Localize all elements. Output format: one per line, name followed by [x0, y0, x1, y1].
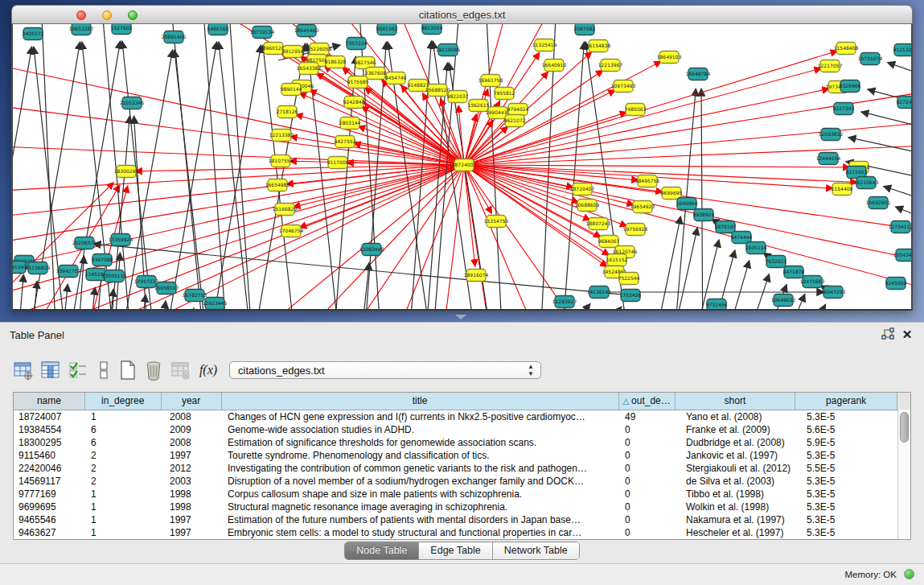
- table-vertical-scrollbar[interactable]: [897, 410, 910, 539]
- cell-out_de[interactable]: 0: [620, 488, 676, 501]
- new-table-icon[interactable]: [117, 360, 138, 381]
- cell-year[interactable]: 2008: [162, 436, 222, 449]
- cell-name[interactable]: 9699695: [14, 501, 85, 513]
- graph-edge[interactable]: [187, 308, 194, 311]
- cell-year[interactable]: 2012: [162, 462, 222, 475]
- column-header-out_de[interactable]: △out_de…: [619, 393, 676, 410]
- cell-name[interactable]: 18300295: [14, 436, 85, 449]
- cell-name[interactable]: 9777169: [14, 488, 85, 501]
- cell-pagerank[interactable]: 5.6E-5: [797, 423, 899, 436]
- table-row[interactable]: 946554611997Estimation of the future num…: [14, 513, 910, 526]
- graph-edge[interactable]: [464, 165, 552, 311]
- table-row[interactable]: 1872400712008Changes of HCN gene express…: [14, 410, 910, 423]
- cell-in_degree[interactable]: 1: [85, 513, 162, 526]
- graph-edge[interactable]: [203, 24, 228, 311]
- window-titlebar[interactable]: citations_edges.txt: [11, 5, 913, 24]
- cell-pagerank[interactable]: 5.3E-5: [797, 513, 899, 526]
- cell-name[interactable]: 19384554: [14, 423, 85, 436]
- table-row[interactable]: 2242004622012Investigating the contribut…: [14, 462, 910, 475]
- cell-in_degree[interactable]: 1: [85, 488, 162, 501]
- table-row[interactable]: 946362711997Embryonic stem cells: a mode…: [14, 526, 910, 539]
- merge-rows-icon[interactable]: [93, 360, 114, 381]
- cell-in_degree[interactable]: 1: [85, 526, 162, 539]
- cell-short[interactable]: Stergiakouli et al. (2012): [676, 462, 797, 475]
- column-header-title[interactable]: title: [222, 393, 619, 410]
- cell-in_degree[interactable]: 2: [85, 462, 162, 475]
- cell-pagerank[interactable]: 5.9E-5: [797, 436, 899, 449]
- cell-name[interactable]: 9115460: [14, 449, 85, 462]
- cell-pagerank[interactable]: 5.3E-5: [797, 475, 899, 488]
- tab-edge-table[interactable]: Edge Table: [419, 542, 492, 559]
- row-select-checks-icon[interactable]: [68, 360, 88, 381]
- graph-edge[interactable]: [16, 274, 23, 311]
- cell-pagerank[interactable]: 5.3E-5: [797, 410, 899, 423]
- cell-out_de[interactable]: 49: [620, 410, 676, 423]
- cell-year[interactable]: 2008: [162, 410, 222, 423]
- cell-name[interactable]: 22420046: [14, 462, 85, 475]
- cell-title[interactable]: Estimation of the future numbers of pati…: [222, 513, 620, 526]
- cell-name[interactable]: 9463627: [14, 526, 85, 539]
- cell-title[interactable]: Investigating the contribution of common…: [222, 462, 620, 475]
- graph-edge[interactable]: [464, 145, 913, 165]
- table-source-dropdown[interactable]: citations_edges.txt ▲▼: [229, 361, 541, 379]
- graph-edge[interactable]: [214, 165, 464, 311]
- graph-edge[interactable]: [464, 89, 913, 165]
- graph-edge[interactable]: [219, 42, 254, 311]
- cell-name[interactable]: 14569117: [14, 475, 85, 488]
- graph-edge[interactable]: [861, 112, 913, 133]
- cell-title[interactable]: Disruption of a novel member of a sodium…: [222, 475, 620, 488]
- cell-short[interactable]: Franke et al. (2009): [676, 423, 797, 436]
- delete-trash-icon[interactable]: [143, 360, 164, 381]
- cell-pagerank[interactable]: 5.3E-5: [797, 526, 899, 539]
- network-canvas[interactable]: 1872400789601288912954152260589827508818…: [13, 24, 913, 311]
- cell-out_de[interactable]: 0: [620, 462, 676, 475]
- cell-year[interactable]: 1997: [162, 449, 222, 462]
- table-row[interactable]: 911546021997Tourette syndrome. Phenomeno…: [14, 449, 910, 462]
- cell-pagerank[interactable]: 5.3E-5: [797, 449, 899, 462]
- tab-node-table[interactable]: Node Table: [345, 542, 419, 559]
- cell-title[interactable]: Embryonic stem cells: a model to study s…: [222, 526, 620, 539]
- cell-in_degree[interactable]: 2: [85, 449, 162, 462]
- cell-title[interactable]: Structural magnetic resonance image aver…: [222, 501, 620, 513]
- table-settings-icon[interactable]: [13, 360, 34, 381]
- delete-table-disabled-icon[interactable]: [170, 360, 191, 381]
- pane-divider-handle[interactable]: [455, 315, 466, 319]
- cell-short[interactable]: Hescheler et al. (1997): [676, 526, 797, 539]
- cell-year[interactable]: 1997: [162, 526, 222, 539]
- cell-pagerank[interactable]: 5.3E-5: [797, 488, 899, 501]
- cell-short[interactable]: Tibbo et al. (1998): [676, 488, 797, 501]
- cell-short[interactable]: Yano et al. (2008): [676, 410, 797, 423]
- column-select-icon[interactable]: [40, 360, 61, 381]
- cell-out_de[interactable]: 0: [620, 449, 676, 462]
- cell-year[interactable]: 2003: [162, 475, 222, 488]
- cell-title[interactable]: Genome-wide association studies in ADHD.: [222, 423, 620, 436]
- cell-short[interactable]: Dudbridge et al. (2008): [676, 436, 797, 449]
- graph-edge[interactable]: [701, 89, 703, 311]
- cell-out_de[interactable]: 0: [620, 423, 676, 436]
- close-panel-icon[interactable]: ✕: [900, 328, 914, 342]
- cell-out_de[interactable]: 0: [620, 436, 676, 449]
- graph-edge[interactable]: [25, 185, 120, 311]
- cell-name[interactable]: 9465546: [14, 513, 85, 526]
- cell-in_degree[interactable]: 6: [85, 436, 162, 449]
- cell-short[interactable]: de Silva et al. (2003): [676, 475, 797, 488]
- table-row[interactable]: 977716911998Corpus callosum shape and si…: [14, 488, 910, 501]
- cell-in_degree[interactable]: 1: [85, 501, 162, 513]
- cell-pagerank[interactable]: 5.3E-5: [797, 501, 899, 513]
- cell-in_degree[interactable]: 2: [85, 475, 162, 488]
- graph-edge[interactable]: [464, 165, 475, 266]
- graph-edge[interactable]: [651, 216, 680, 311]
- graph-edge[interactable]: [797, 304, 825, 311]
- cell-pagerank[interactable]: 5.5E-5: [797, 462, 899, 475]
- graph-edge[interactable]: [561, 42, 584, 311]
- graph-edge[interactable]: [464, 165, 579, 203]
- graph-edge[interactable]: [576, 307, 622, 311]
- cell-title[interactable]: Estimation of significance thresholds fo…: [222, 436, 620, 449]
- cell-out_de[interactable]: 0: [620, 513, 676, 526]
- cell-in_degree[interactable]: 6: [85, 423, 162, 436]
- cell-year[interactable]: 2009: [162, 423, 222, 436]
- column-header-year[interactable]: year: [162, 393, 222, 410]
- tab-network-table[interactable]: Network Table: [493, 542, 579, 559]
- graph-edge[interactable]: [464, 165, 639, 180]
- graph-edge[interactable]: [76, 256, 84, 311]
